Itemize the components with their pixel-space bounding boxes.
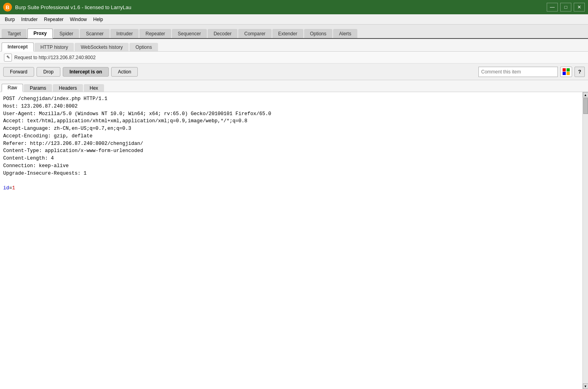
drop-button[interactable]: Drop	[37, 67, 60, 77]
scrollbar[interactable]: ▲ ▼	[582, 92, 588, 389]
content-tab-hex[interactable]: Hex	[84, 84, 104, 92]
forward-button[interactable]: Forward	[3, 67, 34, 77]
app-title: Burp Suite Professional v1.6 - licensed …	[15, 4, 131, 10]
content-tab-headers[interactable]: Headers	[53, 84, 83, 92]
top-tab-target[interactable]: Target	[2, 29, 27, 38]
content-tabs: RawParamsHeadersHex	[0, 80, 588, 92]
top-tab-repeater[interactable]: Repeater	[139, 29, 171, 38]
sub-tab-intercept[interactable]: Intercept	[2, 42, 34, 52]
sub-tabs: InterceptHTTP historyWebSockets historyO…	[0, 39, 588, 52]
top-tabs: TargetProxySpiderScannerIntruderRepeater…	[0, 25, 588, 39]
toolbar: Forward Drop Intercept is on Action ?	[0, 64, 588, 80]
menu-item-burp[interactable]: Burp	[2, 16, 18, 23]
scroll-up-arrow[interactable]: ▲	[583, 92, 588, 98]
content-tab-params[interactable]: Params	[24, 84, 52, 92]
top-tab-comparer[interactable]: Comparer	[238, 29, 271, 38]
window-controls: — □ ✕	[547, 3, 585, 12]
scroll-down-arrow[interactable]: ▼	[583, 383, 588, 389]
maximize-button[interactable]: □	[560, 3, 571, 12]
request-body[interactable]: POST /chengjidan/index.php HTTP/1.1 Host…	[0, 92, 582, 389]
close-button[interactable]: ✕	[574, 3, 585, 12]
sub-tab-http-history[interactable]: HTTP history	[35, 43, 74, 51]
color-picker[interactable]	[560, 67, 572, 77]
burp-logo: B	[3, 3, 12, 12]
menu-item-help[interactable]: Help	[90, 16, 106, 23]
title-bar-left: B Burp Suite Professional v1.6 - license…	[3, 3, 131, 12]
top-tab-extender[interactable]: Extender	[272, 29, 303, 38]
top-tab-spider[interactable]: Spider	[54, 29, 79, 38]
sub-tab-options[interactable]: Options	[129, 43, 158, 51]
request-url: Request to http://123.206.87.240:8002	[14, 55, 96, 60]
body-area: POST /chengjidan/index.php HTTP/1.1 Host…	[0, 92, 588, 389]
help-icon-button[interactable]: ?	[575, 67, 585, 77]
action-button[interactable]: Action	[111, 67, 138, 77]
intercept-on-button[interactable]: Intercept is on	[63, 67, 109, 77]
comment-input[interactable]	[478, 67, 558, 77]
menu-bar: BurpIntruderRepeaterWindowHelp	[0, 14, 588, 25]
scroll-thumb[interactable]	[583, 98, 588, 114]
main-content: ✎ Request to http://123.206.87.240:8002 …	[0, 52, 588, 389]
menu-item-intruder[interactable]: Intruder	[18, 16, 40, 23]
menu-item-repeater[interactable]: Repeater	[41, 16, 67, 23]
top-tab-sequencer[interactable]: Sequencer	[172, 29, 207, 38]
top-tab-options[interactable]: Options	[304, 29, 332, 38]
title-bar: B Burp Suite Professional v1.6 - license…	[0, 0, 588, 14]
minimize-button[interactable]: —	[547, 3, 558, 12]
menu-item-window[interactable]: Window	[67, 16, 90, 23]
request-banner: ✎ Request to http://123.206.87.240:8002	[0, 52, 588, 64]
scroll-track[interactable]	[583, 98, 588, 383]
top-tab-proxy[interactable]: Proxy	[27, 29, 52, 39]
top-tab-scanner[interactable]: Scanner	[80, 29, 110, 38]
sub-tab-websockets-history[interactable]: WebSockets history	[75, 43, 129, 51]
edit-icon[interactable]: ✎	[4, 54, 12, 62]
content-tab-raw[interactable]: Raw	[2, 84, 23, 92]
top-tab-decoder[interactable]: Decoder	[208, 29, 237, 38]
top-tab-alerts[interactable]: Alerts	[333, 29, 357, 38]
top-tab-intruder[interactable]: Intruder	[110, 29, 139, 38]
